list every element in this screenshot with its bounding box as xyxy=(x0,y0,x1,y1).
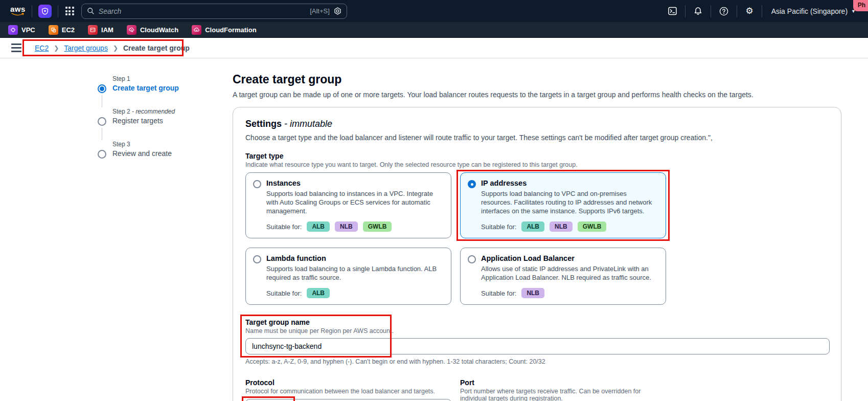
vpc-icon xyxy=(8,25,18,35)
page-content: Step 1 Create target group Step 2 - reco… xyxy=(0,58,868,401)
step-note: - recommended xyxy=(132,108,175,115)
page-subtitle: A target group can be made up of one or … xyxy=(233,91,841,99)
breadcrumb-ec2-link[interactable]: EC2 xyxy=(35,44,49,52)
step-eyebrow: Step 2 xyxy=(112,108,130,115)
radio-icon[interactable] xyxy=(253,255,261,263)
console-app-icon[interactable] xyxy=(38,5,52,18)
hamburger-menu-icon[interactable] xyxy=(11,43,21,52)
target-type-option-alb[interactable]: Application Load Balancer Allows use of … xyxy=(460,248,666,305)
favorite-iam[interactable]: IAM xyxy=(88,25,113,35)
target-group-name-input[interactable] xyxy=(245,338,830,354)
settings-title-suffix: - immutable xyxy=(284,119,332,129)
option-description: Supports load balancing to a single Lamb… xyxy=(266,264,444,282)
aws-logo-text: aws xyxy=(10,6,26,13)
bell-icon xyxy=(694,7,702,15)
breadcrumb-current: Create target group xyxy=(123,44,190,52)
step-label: Register targets xyxy=(112,116,175,126)
breadcrumb-separator: ❯ xyxy=(113,44,118,52)
shield-icon xyxy=(41,8,49,15)
settings-button[interactable]: ⚙ xyxy=(737,5,761,17)
favorite-ec2[interactable]: EC2 xyxy=(49,25,75,35)
favorite-label: VPC xyxy=(21,26,35,34)
main-panel: Create target group A target group can b… xyxy=(233,58,841,401)
target-type-option-instances[interactable]: Instances Supports load balancing to ins… xyxy=(245,172,451,238)
cloudwatch-icon xyxy=(127,25,136,35)
terminal-icon xyxy=(668,7,677,15)
option-title: Instances xyxy=(266,179,444,187)
search-icon xyxy=(87,7,95,15)
favorite-cloudformation[interactable]: CloudFormation xyxy=(192,25,256,35)
option-title: IP addresses xyxy=(481,179,658,187)
settings-card: Settings - immutable Choose a target typ… xyxy=(233,107,841,401)
step-connector xyxy=(102,128,102,140)
radio-icon[interactable] xyxy=(253,180,261,188)
wizard-steps-nav: Step 1 Create target group Step 2 - reco… xyxy=(97,58,207,401)
global-search[interactable]: [Alt+S] xyxy=(81,4,347,19)
suitable-for-label: Suitable for: xyxy=(481,223,516,231)
header-divider xyxy=(58,5,58,17)
port-field: Port Port number where targets receive t… xyxy=(460,378,666,401)
breadcrumb-target-groups-link[interactable]: Target groups xyxy=(64,44,108,52)
protocol-select[interactable]: HTTP ▼ xyxy=(245,399,451,401)
step-create-target-group[interactable]: Step 1 Create target group xyxy=(97,75,207,107)
user-badge: Ph xyxy=(853,0,868,11)
step-radio-icon xyxy=(98,150,106,159)
step-label: Create target group xyxy=(112,83,179,94)
badge-alb: ALB xyxy=(307,221,330,232)
topbar-actions: ⚙ Asia Pacific (Singapore) ▼ xyxy=(660,0,861,22)
cloudshell-button[interactable] xyxy=(660,5,685,17)
breadcrumb: EC2 ❯ Target groups ❯ Create target grou… xyxy=(35,44,190,52)
favorites-bar: VPC EC2 IAM CloudWatch CloudFormation xyxy=(0,22,868,38)
suitable-for-label: Suitable for: xyxy=(481,289,516,297)
badge-gwlb: GWLB xyxy=(578,221,607,232)
badge-nlb: NLB xyxy=(550,221,573,232)
protocol-label: Protocol xyxy=(245,378,451,387)
badge-nlb: NLB xyxy=(335,221,358,232)
breadcrumb-separator: ❯ xyxy=(54,44,59,52)
target-type-grid: Instances Supports load balancing to ins… xyxy=(245,172,829,305)
help-button[interactable] xyxy=(711,5,737,17)
favorite-label: CloudWatch xyxy=(140,26,178,34)
notifications-button[interactable] xyxy=(685,5,711,17)
favorite-vpc[interactable]: VPC xyxy=(8,25,35,35)
cloudformation-icon xyxy=(192,25,201,35)
option-title: Lambda function xyxy=(266,254,444,262)
radio-icon[interactable] xyxy=(468,255,476,263)
target-group-name-section: Target group name Name must be unique pe… xyxy=(245,318,830,365)
step-register-targets[interactable]: Step 2 - recommended Register targets xyxy=(97,107,207,140)
search-shortcut-hint: [Alt+S] xyxy=(310,7,330,15)
target-group-name-constraint: Accepts: a-z, A-Z, 0-9, and hyphen (-). … xyxy=(245,358,830,365)
step-radio-icon xyxy=(98,84,106,93)
aws-smile-icon xyxy=(11,13,25,16)
option-description: Supports load balancing to instances in … xyxy=(266,189,444,215)
gear-icon: ⚙ xyxy=(745,7,753,15)
question-icon xyxy=(719,7,728,16)
amazon-q-icon[interactable] xyxy=(334,7,341,15)
badge-nlb: NLB xyxy=(521,288,544,298)
favorite-label: IAM xyxy=(101,26,113,34)
settings-description: Choose a target type and the load balanc… xyxy=(245,133,829,142)
header-divider xyxy=(32,5,32,17)
page-title: Create target group xyxy=(233,73,841,86)
annotation-protocol xyxy=(242,396,295,401)
step-label: Review and create xyxy=(112,148,172,159)
favorite-cloudwatch[interactable]: CloudWatch xyxy=(127,25,178,35)
region-selector[interactable]: Asia Pacific (Singapore) ▼ xyxy=(762,5,861,17)
aws-logo[interactable]: aws xyxy=(7,6,32,16)
target-group-name-hint: Name must be unique per Region per AWS a… xyxy=(245,327,830,335)
services-grid-icon[interactable] xyxy=(65,7,74,15)
badge-gwlb: GWLB xyxy=(363,221,392,232)
target-type-hint: Indicate what resource type you want to … xyxy=(245,161,829,168)
step-review-and-create[interactable]: Step 3 Review and create xyxy=(97,140,207,172)
target-type-option-ip-addresses[interactable]: IP addresses Supports load balancing to … xyxy=(460,172,666,238)
protocol-hint: Protocol for communication between the l… xyxy=(245,388,451,395)
search-input[interactable] xyxy=(99,7,306,15)
option-description: Supports load balancing to VPC and on-pr… xyxy=(481,189,658,215)
port-hint: Port number where targets receive traffi… xyxy=(460,388,666,401)
target-type-option-lambda[interactable]: Lambda function Supports load balancing … xyxy=(245,248,451,305)
target-type-label: Target type xyxy=(245,152,829,160)
badge-alb: ALB xyxy=(521,221,544,232)
breadcrumb-bar: EC2 ❯ Target groups ❯ Create target grou… xyxy=(0,38,868,58)
target-group-name-label: Target group name xyxy=(245,318,830,326)
radio-icon[interactable] xyxy=(468,180,476,188)
